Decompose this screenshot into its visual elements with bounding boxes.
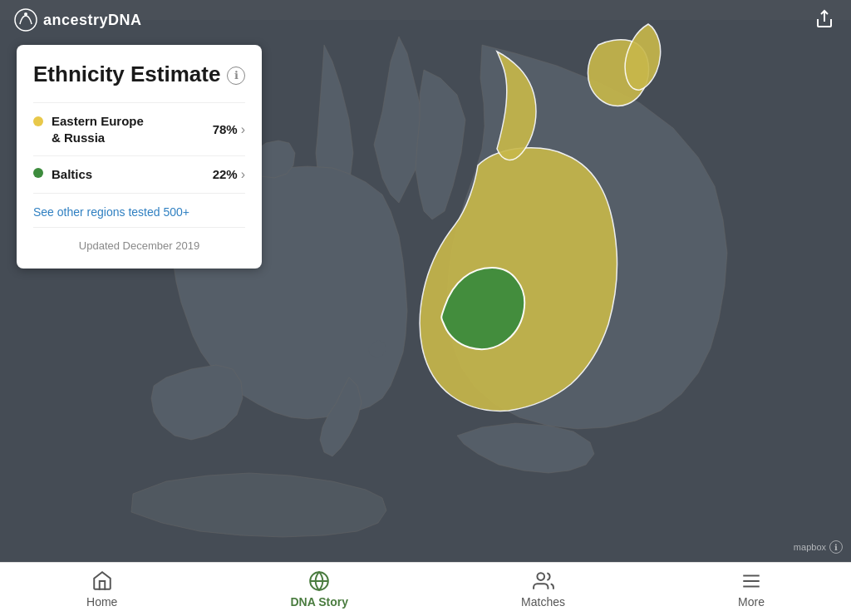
matches-icon — [533, 570, 554, 592]
more-icon — [740, 570, 762, 592]
nav-item-dna-story[interactable]: DNA Story — [273, 567, 365, 612]
dna-story-icon — [308, 570, 330, 592]
mapbox-info-icon[interactable]: ℹ — [829, 540, 843, 554]
updated-text: Updated December 2019 — [33, 227, 245, 252]
card-header: Ethnicity Estimate ℹ — [33, 62, 245, 87]
baltics-label: Baltics — [52, 166, 213, 183]
mapbox-attribution: mapbox ℹ — [794, 540, 843, 554]
nav-item-home[interactable]: Home — [70, 567, 134, 612]
eastern-europe-chevron: › — [241, 122, 245, 137]
see-other-regions-link[interactable]: See other regions tested 500+ — [33, 193, 245, 227]
eastern-europe-dot — [33, 116, 43, 126]
svg-point-6 — [537, 573, 544, 580]
svg-point-2 — [24, 12, 27, 16]
logo-text: ancestryDNA — [43, 12, 142, 29]
nav-item-matches[interactable]: Matches — [504, 567, 582, 612]
baltics-percent: 22% — [213, 167, 238, 181]
svg-point-1 — [15, 9, 37, 31]
nav-item-more[interactable]: More — [721, 567, 781, 612]
share-button[interactable] — [811, 6, 838, 35]
logo: ancestryDNA — [13, 7, 142, 32]
ethnicity-row-baltics[interactable]: Baltics 22% › — [33, 155, 245, 193]
ethnicity-card: Ethnicity Estimate ℹ Eastern Europe& Rus… — [17, 45, 262, 269]
eastern-europe-label: Eastern Europe& Russia — [52, 113, 213, 145]
home-nav-label: Home — [86, 595, 117, 609]
ethnicity-row-eastern-europe[interactable]: Eastern Europe& Russia 78% › — [33, 102, 245, 155]
matches-nav-label: Matches — [521, 595, 565, 609]
mapbox-label: mapbox — [794, 542, 826, 552]
baltics-dot — [33, 168, 43, 178]
eastern-europe-percent: 78% — [213, 122, 238, 136]
card-title: Ethnicity Estimate — [33, 62, 220, 87]
top-bar: ancestryDNA — [0, 0, 851, 40]
bottom-nav: Home DNA Story Matches More — [0, 562, 851, 616]
more-nav-label: More — [738, 595, 765, 609]
home-icon — [91, 570, 113, 592]
logo-icon — [13, 7, 38, 32]
dna-story-nav-label: DNA Story — [290, 595, 348, 609]
share-icon — [814, 9, 834, 29]
baltics-chevron: › — [241, 167, 245, 182]
info-icon[interactable]: ℹ — [227, 67, 245, 85]
